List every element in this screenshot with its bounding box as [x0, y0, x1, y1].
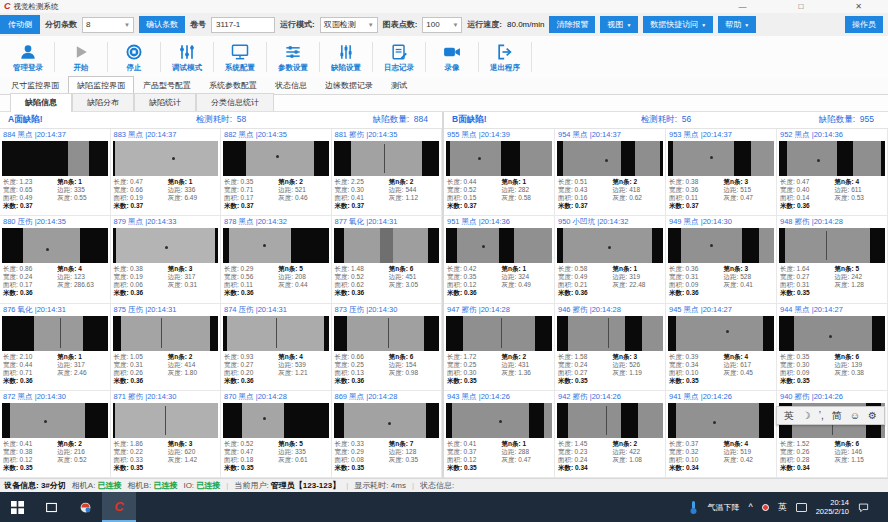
defect-thumbnail[interactable] [113, 228, 219, 263]
taskbar-active-app-icon[interactable]: C [102, 492, 136, 522]
defect-thumbnail[interactable] [557, 316, 663, 351]
sub-tab-0[interactable]: 缺陷信息 [10, 93, 72, 112]
defect-cell-876[interactable]: 876 氧化 |20:14:31长度: 2.10宽度: 0.44面积: 0.71… [0, 304, 111, 391]
defect-thumbnail[interactable] [223, 403, 329, 438]
defect-thumbnail[interactable] [557, 141, 663, 176]
defect-thumbnail[interactable] [557, 403, 663, 438]
roll-number-input[interactable]: 3117-1 [211, 17, 275, 33]
main-tab-6[interactable]: 测试 [382, 76, 416, 94]
defect-thumbnail[interactable] [668, 316, 774, 351]
view-menu-button[interactable]: 视图▼ [600, 16, 638, 33]
defect-thumbnail[interactable] [446, 403, 552, 438]
defect-thumbnail[interactable] [334, 228, 440, 263]
defect-thumbnail[interactable] [2, 316, 108, 351]
defect-cell-874[interactable]: 874 压伤 |20:14:31长度: 0.93宽度: 0.27面积: 0.20… [221, 304, 332, 391]
toolbar-button-camera[interactable]: 录像 [428, 42, 476, 73]
task-view-button[interactable] [34, 492, 68, 522]
defect-thumbnail[interactable] [113, 403, 219, 438]
defect-cell-942[interactable]: 942 擦伤 |20:14:26长度: 1.45宽度: 0.23面积: 0.24… [555, 391, 666, 478]
tray-notification-icon[interactable] [762, 504, 769, 511]
defect-cell-952[interactable]: 952 黑点 |20:14:36长度: 0.47宽度: 0.40面积: 0.14… [777, 129, 888, 216]
defect-cell-884[interactable]: 884 黑点 |20:14:37长度: 1.23宽度: 0.65面积: 0.49… [0, 129, 111, 216]
defect-thumbnail[interactable] [223, 316, 329, 351]
slit-count-select[interactable]: 8▼ [82, 17, 134, 33]
defect-cell-955[interactable]: 955 黑点 |20:14:39长度: 0.44宽度: 0.52面积: 0.15… [444, 129, 555, 216]
defect-cell-953[interactable]: 953 黑点 |20:14:37长度: 0.38宽度: 0.36面积: 0.11… [666, 129, 777, 216]
defect-thumbnail[interactable] [2, 141, 108, 176]
toolbar-button-user[interactable]: 管理登录 [4, 42, 52, 73]
tray-expand-button[interactable]: ^ [748, 502, 752, 512]
defect-cell-877[interactable]: 877 氧化 |20:14:31长度: 1.48宽度: 0.52面积: 0.62… [332, 216, 443, 303]
defect-cell-950[interactable]: 950 小凹坑 |20:14:32长度: 0.58宽度: 0.49面积: 0.2… [555, 216, 666, 303]
defect-thumbnail[interactable] [557, 228, 663, 263]
ime-toolbar[interactable]: 英☽’,简☺⚙ [776, 406, 885, 425]
close-button[interactable]: ✕ [855, 2, 862, 12]
defect-thumbnail[interactable] [668, 141, 774, 176]
data-quick-access-button[interactable]: 数据快捷访问▼ [643, 16, 713, 33]
toolbar-button-monitor[interactable]: 系统配置 [216, 42, 264, 73]
confirm-count-button[interactable]: 确认条数 [139, 16, 185, 33]
defect-thumbnail[interactable] [446, 228, 552, 263]
taskbar-app-icon[interactable] [68, 492, 102, 522]
weather-text[interactable]: 气温下降 [707, 502, 739, 513]
chart-points-select[interactable]: 100▼ [422, 17, 462, 33]
main-tab-4[interactable]: 状态信息 [266, 76, 316, 94]
defect-cell-943[interactable]: 943 黑点 |20:14:26长度: 0.41宽度: 0.37面积: 0.12… [444, 391, 555, 478]
defect-cell-878[interactable]: 878 黑点 |20:14:32长度: 0.29宽度: 0.56面积: 0.11… [221, 216, 332, 303]
defect-cell-880[interactable]: 880 压伤 |20:14:35长度: 0.86宽度: 0.24面积: 0.17… [0, 216, 111, 303]
defect-thumbnail[interactable] [2, 403, 108, 438]
defect-cell-945[interactable]: 945 黑点 |20:14:27长度: 0.39宽度: 0.34面积: 0.10… [666, 304, 777, 391]
defect-cell-949[interactable]: 949 黑点 |20:14:30长度: 0.36宽度: 0.31面积: 0.09… [666, 216, 777, 303]
defect-thumbnail[interactable] [668, 403, 774, 438]
ime-item-4[interactable]: ☺ [850, 410, 860, 421]
toolbar-button-stop[interactable]: 停止 [110, 42, 158, 73]
defect-thumbnail[interactable] [446, 316, 552, 351]
defect-cell-948[interactable]: 948 擦伤 |20:14:28长度: 1.64宽度: 0.27面积: 0.31… [777, 216, 888, 303]
defect-thumbnail[interactable] [223, 228, 329, 263]
input-language-indicator[interactable]: 英 [778, 501, 787, 514]
defect-thumbnail[interactable] [2, 228, 108, 263]
toolbar-button-hsliders[interactable]: 参数设置 [269, 42, 317, 73]
defect-thumbnail[interactable] [779, 228, 885, 263]
defect-cell-883[interactable]: 883 黑点 |20:14:37长度: 0.47宽度: 0.66面积: 0.19… [111, 129, 222, 216]
defect-thumbnail[interactable] [113, 316, 219, 351]
toolbar-button-vsliders[interactable]: 缺陷设置 [322, 42, 370, 73]
ime-item-2[interactable]: ’, [819, 410, 824, 421]
maximize-button[interactable]: □ [798, 2, 803, 12]
ime-item-1[interactable]: ☽ [802, 410, 811, 421]
main-tab-0[interactable]: 尺寸监控界面 [2, 76, 68, 94]
defect-thumbnail[interactable] [334, 316, 440, 351]
defect-cell-873[interactable]: 873 压伤 |20:14:30长度: 0.66宽度: 0.25面积: 0.13… [332, 304, 443, 391]
defect-cell-941[interactable]: 941 黑点 |20:14:26长度: 0.37宽度: 0.32面积: 0.10… [666, 391, 777, 478]
defect-cell-869[interactable]: 869 黑点 |20:14:28长度: 0.33宽度: 0.29面积: 0.08… [332, 391, 443, 478]
defect-thumbnail[interactable] [223, 141, 329, 176]
main-tab-5[interactable]: 边缘数据记录 [316, 76, 382, 94]
defect-cell-872[interactable]: 872 黑点 |20:14:30长度: 0.41宽度: 0.38面积: 0.12… [0, 391, 111, 478]
defect-thumbnail[interactable] [334, 403, 440, 438]
taskbar-clock[interactable]: 20:14 2025/2/10 [816, 498, 849, 516]
main-tab-2[interactable]: 产品型号配置 [134, 76, 200, 94]
toolbar-button-debug[interactable]: 调试模式 [163, 42, 211, 73]
ime-item-3[interactable]: 简 [832, 409, 842, 423]
defect-thumbnail[interactable] [446, 141, 552, 176]
ime-item-0[interactable]: 英 [784, 409, 794, 423]
sub-tab-2[interactable]: 缺陷统计 [134, 93, 196, 111]
touch-keyboard-icon[interactable] [796, 503, 807, 512]
defect-thumbnail[interactable] [113, 141, 219, 176]
defect-thumbnail[interactable] [779, 316, 885, 351]
defect-thumbnail[interactable] [779, 141, 885, 176]
defect-cell-951[interactable]: 951 黑点 |20:14:36长度: 0.42宽度: 0.35面积: 0.12… [444, 216, 555, 303]
defect-cell-944[interactable]: 944 黑点 |20:14:27长度: 0.35宽度: 0.30面积: 0.09… [777, 304, 888, 391]
defect-cell-940[interactable]: 940 擦伤 |20:14:26长度: 1.52宽度: 0.26面积: 0.28… [777, 391, 888, 478]
defect-cell-871[interactable]: 871 擦伤 |20:14:30长度: 1.86宽度: 0.22面积: 0.33… [111, 391, 222, 478]
defect-cell-879[interactable]: 879 黑点 |20:14:33长度: 0.38宽度: 0.19面积: 0.06… [111, 216, 222, 303]
toolbar-button-exit[interactable]: 退出程序 [481, 42, 529, 73]
clear-alarm-button[interactable]: 清除报警 [549, 16, 595, 33]
start-button[interactable] [0, 492, 34, 522]
defect-cell-870[interactable]: 870 黑点 |20:14:28长度: 0.52宽度: 0.47面积: 0.18… [221, 391, 332, 478]
defect-cell-947[interactable]: 947 擦伤 |20:14:28长度: 1.72宽度: 0.25面积: 0.30… [444, 304, 555, 391]
toolbar-button-log[interactable]: 日志记录 [375, 42, 423, 73]
toolbar-button-play[interactable]: 开始 [57, 42, 105, 73]
defect-cell-954[interactable]: 954 黑点 |20:14:37长度: 0.51宽度: 0.43面积: 0.16… [555, 129, 666, 216]
defect-cell-882[interactable]: 882 黑点 |20:14:35长度: 0.35宽度: 0.71面积: 0.17… [221, 129, 332, 216]
